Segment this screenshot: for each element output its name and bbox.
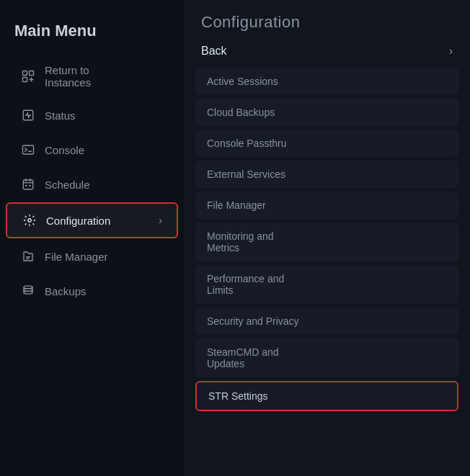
svg-rect-7 bbox=[30, 185, 31, 187]
panel-title: Configuration bbox=[184, 0, 470, 39]
svg-rect-6 bbox=[25, 185, 27, 187]
right-panel: Configuration Back › Active Sessions Clo… bbox=[184, 0, 470, 476]
file-icon bbox=[20, 248, 36, 264]
config-menu-item-external-services[interactable]: External Services bbox=[195, 161, 458, 188]
sidebar-item-label-schedule: Schedule bbox=[45, 179, 90, 191]
config-menu-item-steamcmd-updates[interactable]: SteamCMD and Updates bbox=[195, 338, 458, 377]
sidebar-item-label-file-manager: File Manager bbox=[45, 251, 108, 263]
sidebar-item-label-return: Return to Instances bbox=[45, 64, 91, 89]
sidebar-item-schedule[interactable]: Schedule bbox=[6, 168, 178, 201]
config-menu-item-cloud-backups[interactable]: Cloud Backups bbox=[195, 99, 458, 126]
config-menu-item-str-settings[interactable]: STR Settings bbox=[195, 381, 458, 411]
back-chevron-icon[interactable]: › bbox=[449, 45, 453, 58]
svg-rect-1 bbox=[30, 71, 34, 76]
sidebar-item-label-status: Status bbox=[45, 109, 76, 122]
sidebar-title: Main Menu bbox=[0, 14, 184, 55]
sidebar-item-return[interactable]: Return to Instances bbox=[6, 55, 178, 97]
config-icon bbox=[22, 212, 37, 228]
chevron-right-icon: › bbox=[159, 215, 162, 226]
backups-icon bbox=[20, 283, 36, 299]
instances-icon bbox=[20, 68, 36, 84]
sidebar-item-configuration[interactable]: Configuration › bbox=[6, 202, 178, 238]
config-menu-item-file-manager[interactable]: File Manager bbox=[195, 192, 458, 219]
sidebar-item-label-configuration: Configuration bbox=[46, 215, 110, 227]
svg-rect-5 bbox=[23, 180, 33, 189]
svg-point-8 bbox=[28, 219, 32, 223]
back-row: Back › bbox=[184, 39, 470, 63]
svg-rect-4 bbox=[23, 145, 34, 154]
sidebar-item-label-console: Console bbox=[45, 144, 84, 156]
sidebar-item-label-backups: Backups bbox=[45, 285, 87, 297]
sidebar-item-status[interactable]: Status bbox=[6, 99, 178, 132]
sidebar-item-backups[interactable]: Backups bbox=[6, 274, 178, 307]
svg-rect-2 bbox=[23, 78, 27, 82]
svg-point-11 bbox=[24, 291, 32, 294]
sidebar-item-file-manager[interactable]: File Manager bbox=[6, 240, 178, 273]
back-button[interactable]: Back bbox=[201, 45, 227, 58]
config-menu-item-security-privacy[interactable]: Security and Privacy bbox=[195, 307, 458, 335]
config-menu-item-performance-limits[interactable]: Performance and Limits bbox=[195, 265, 458, 304]
config-menu-item-monitoring-metrics[interactable]: Monitoring and Metrics bbox=[195, 223, 458, 261]
schedule-icon bbox=[20, 176, 36, 192]
sidebar-item-console[interactable]: Console bbox=[6, 133, 178, 166]
sidebar: Main Menu Return to Instances Status bbox=[0, 0, 184, 476]
config-menu-item-active-sessions[interactable]: Active Sessions bbox=[195, 68, 458, 95]
config-menu-item-console-passthru[interactable]: Console Passthru bbox=[195, 130, 458, 157]
svg-rect-0 bbox=[23, 71, 27, 76]
config-menu-list: Active Sessions Cloud Backups Console Pa… bbox=[184, 68, 470, 411]
console-icon bbox=[20, 142, 36, 158]
status-icon bbox=[20, 107, 36, 123]
